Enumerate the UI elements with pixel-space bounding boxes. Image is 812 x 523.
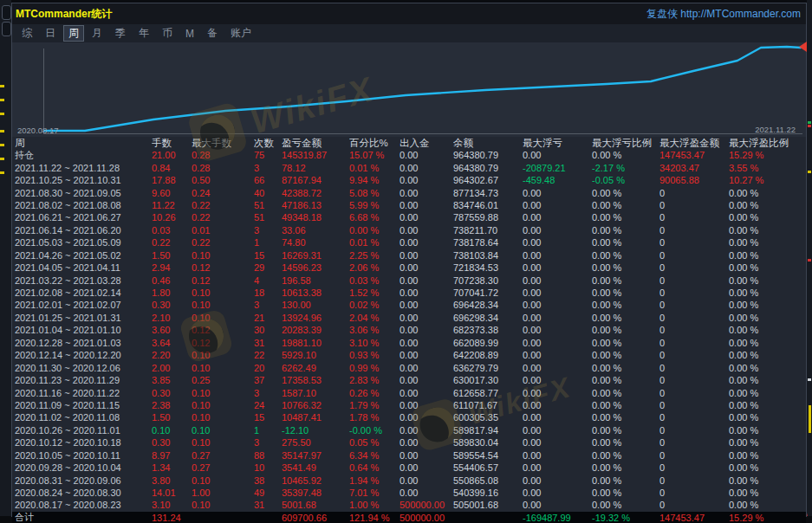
cell: 0.00 % [729,412,803,423]
menu-item-4[interactable]: 月 [87,25,107,42]
cell: 0 [659,363,729,373]
cell: 630017.30 [453,375,523,385]
total-row[interactable]: 合计131.24609700.66121.94 %500000.00-16948… [12,512,806,523]
equity-curve [43,42,804,135]
menu-item-8[interactable]: M [180,27,199,41]
cell: 0 [659,462,729,473]
cell: 2.94 [152,262,192,273]
cell: 2021.01.04 ~ 2021.01.10 [15,325,152,335]
table-row[interactable]: 2021.01.04 ~ 2021.01.103.600.123020283.3… [12,324,806,336]
cell: 15 [254,250,282,261]
table-row[interactable]: 2020.11.30 ~ 2020.12.062.000.10206262.49… [12,361,806,373]
cell: 5929.10 [282,350,349,360]
cell: 0.00 [523,412,592,423]
cell: -2.17 % [592,163,659,173]
cell: 0.00 % [729,250,803,261]
table-row[interactable]: 2021.03.22 ~ 2021.03.280.460.124196.580.… [12,274,806,286]
menu-item-7[interactable]: 币 [157,25,178,42]
cell: 10613.38 [282,287,349,298]
table-row[interactable]: 2020.12.14 ~ 2020.12.202.200.10225929.10… [12,349,806,361]
cell: 3 [254,437,282,448]
table-row[interactable]: 2020.09.28 ~ 2020.10.041.340.27103541.49… [12,462,806,474]
window-title: MTCommander统计 [16,7,112,22]
cell: 2020.11.09 ~ 2020.11.15 [15,400,152,410]
cell: 2.10 [152,313,192,323]
cell: 0.00 % [349,225,400,236]
background-tick [808,259,811,262]
table-row[interactable]: 2020.10.12 ~ 2020.10.180.300.103275.500.… [12,436,806,449]
menu-item-9[interactable]: 备 [202,25,223,42]
cell: 0.00 [400,350,453,360]
table-row[interactable]: 2021.02.01 ~ 2021.02.070.300.103130.000.… [12,299,806,311]
cell: 40 [254,188,282,198]
table-row[interactable]: 2021.06.21 ~ 2021.06.2710.260.225149348.… [12,211,806,223]
cell: 0.00 [400,425,453,436]
table-row[interactable]: 2020.10.26 ~ 2020.11.010.100.101-12.10-0… [12,424,806,436]
table-row[interactable]: 2021.04.26 ~ 2021.05.021.500.101516269.3… [12,249,806,262]
table-row[interactable]: 2020.08.24 ~ 2020.08.3014.011.004935397.… [12,487,806,499]
cell: 0.12 [192,338,254,348]
cell: 0.00 % [729,262,803,273]
table-row[interactable]: 2021.02.08 ~ 2021.02.141.800.101810613.3… [12,287,806,299]
cell: 3 [254,300,282,310]
menu-item-6[interactable]: 年 [133,25,154,42]
cell: 0.00 % [592,475,659,486]
table-row[interactable]: 2020.08.31 ~ 2020.09.063.800.103810465.9… [12,474,806,486]
cell: 0.03 [152,225,192,236]
table-row[interactable]: 2020.10.05 ~ 2020.10.118.970.278835147.9… [12,449,806,462]
cell: 88 [254,450,282,461]
cell: 0.10 [192,400,254,410]
equity-line [43,47,801,131]
column-header: 最大浮盈金额 [659,137,729,150]
cell: 0.30 [152,437,192,448]
cell: 2021.06.21 ~ 2021.06.27 [15,212,152,223]
cell: 0.00 % [729,313,803,323]
cell: 0.00 [523,475,592,486]
menu-item-3[interactable]: 周 [63,25,84,42]
table-row[interactable]: 2021.08.30 ~ 2021.09.059.600.244042388.7… [12,186,806,198]
cell: 0 [659,487,729,498]
cell: 0 [659,200,729,210]
cell: 2021.02.08 ~ 2021.02.14 [15,287,152,298]
table-row[interactable]: 持仓21.000.2875145319.8715.07 %0.00964380.… [12,149,806,161]
cell: 0.12 [192,262,254,273]
table-row[interactable]: 2021.04.05 ~ 2021.04.112.940.122914596.2… [12,262,806,274]
cell: 0.99 % [349,363,400,373]
table-row[interactable]: 2021.11.22 ~ 2021.11.280.840.28378.120.0… [12,161,806,173]
table-row[interactable]: 2020.08.17 ~ 2020.08.233.100.10315001.68… [12,499,806,511]
cell: 0.00 % [729,375,803,385]
menu-item-1[interactable]: 综 [16,25,37,42]
menu-item-10[interactable]: 账户 [225,25,257,42]
cell: 0.00 % [592,313,659,323]
cell: 0.00 [400,487,453,498]
cell: 0.10 [192,287,254,298]
cell: 0 [659,475,729,486]
cell: 0 [659,400,729,410]
cell: 147453.47 [659,513,729,523]
cell: 0.00 [523,300,592,310]
table-row[interactable]: 2020.12.28 ~ 2021.01.033.640.123119881.1… [12,337,806,349]
cell: 2020.09.28 ~ 2020.10.04 [15,462,152,473]
table-row[interactable]: 2021.05.03 ~ 2021.05.090.220.22174.800.0… [12,236,806,249]
menu-item-5[interactable]: 季 [110,25,131,42]
cell: 589817.94 [453,425,523,436]
table-row[interactable]: 2021.10.25 ~ 2021.10.3117.880.506687167.… [12,174,806,186]
cell: 0.22 [192,237,254,248]
cell: 11.22 [152,200,192,210]
cell: 0.00 [523,487,592,498]
cell: 130.00 [282,300,349,310]
menu-item-2[interactable]: 日 [40,25,61,42]
cell: 13924.96 [282,313,349,323]
cell: 0.00 [523,388,592,398]
table-row[interactable]: 2021.01.25 ~ 2021.01.312.100.102113924.9… [12,312,806,324]
table-row[interactable]: 2021.06.14 ~ 2021.06.200.030.01333.060.0… [12,224,806,236]
cell: 0.00 [523,287,592,298]
homepage-link[interactable]: 复盘侠 http://MTCommander.com [646,7,801,22]
table-row[interactable]: 2021.08.02 ~ 2021.08.0811.220.225147186.… [12,199,806,211]
table-row[interactable]: 2020.11.23 ~ 2020.11.293.850.253717358.5… [12,374,806,386]
cell: 0.00 % [729,475,803,486]
table-row[interactable]: 2020.11.02 ~ 2020.11.081.500.101510487.4… [12,411,806,423]
cell: 0.00 [523,363,592,373]
table-row[interactable]: 2020.11.09 ~ 2020.11.152.380.102410766.3… [12,399,806,411]
table-row[interactable]: 2020.11.16 ~ 2020.11.220.300.1031587.100… [12,386,806,398]
